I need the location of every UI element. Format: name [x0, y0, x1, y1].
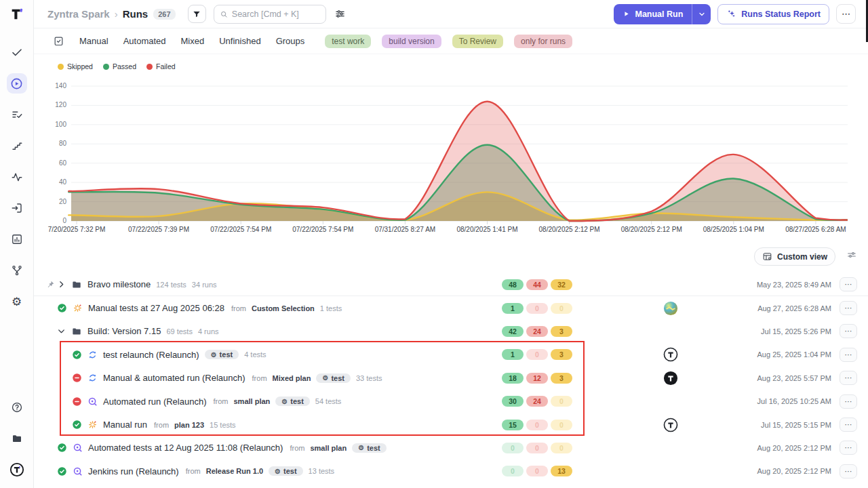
checklist-icon[interactable] — [53, 35, 64, 47]
run-title[interactable]: Automated tests at 12 Aug 2025 11:08 (Re… — [88, 443, 283, 453]
red-count-badge: 24 — [526, 396, 548, 407]
tab-manual[interactable]: Manual — [79, 36, 108, 46]
runs-status-report-button[interactable]: Runs Status Report — [717, 4, 829, 24]
sidebar-item-branches[interactable] — [7, 260, 27, 281]
tag-chip[interactable]: test work — [325, 35, 371, 48]
expander-toggle[interactable] — [57, 327, 66, 336]
yellow-count-badge: 3 — [551, 349, 572, 360]
more-icon: ⋯ — [845, 304, 852, 312]
green-count-badge: 0 — [502, 443, 524, 453]
table-row[interactable]: Bravo milestone124 tests34 runs484432May… — [34, 273, 868, 296]
table-row[interactable]: Jenkins run (Relaunch)fromRelease Run 1.… — [34, 460, 868, 483]
sidebar-item-reports[interactable] — [7, 229, 27, 249]
manual-run-dropdown[interactable] — [692, 4, 711, 24]
run-meta: 4 tests — [244, 350, 266, 359]
tab-unfinished[interactable]: Unfinished — [219, 36, 260, 46]
breadcrumb-separator: › — [115, 8, 118, 20]
yellow-count-badge: 0 — [551, 420, 572, 430]
sidebar-item-help[interactable] — [7, 397, 27, 418]
red-count-badge: 24 — [526, 326, 548, 337]
manual-run-button[interactable]: Manual Run — [614, 4, 711, 24]
run-tag-chip[interactable]: ⚙test — [316, 373, 351, 383]
row-more-button[interactable]: ⋯ — [840, 418, 857, 432]
avatar — [663, 418, 678, 432]
run-date: Aug 25, 2025 1:04 PM — [757, 350, 831, 359]
sidebar-item-plans[interactable] — [7, 104, 27, 125]
sidebar-item-workspace[interactable] — [7, 460, 27, 480]
row-more-button[interactable]: ⋯ — [840, 394, 857, 409]
from-plan[interactable]: Release Run 1.0 — [206, 467, 263, 475]
tag-chip[interactable]: only for runs — [514, 35, 572, 48]
chevron-down-icon — [57, 327, 66, 336]
run-title[interactable]: Jenkins run (Relaunch) — [88, 466, 179, 476]
table-row[interactable]: Automated run (Relaunch)fromsmall plan⚙t… — [34, 390, 868, 413]
breadcrumb-project[interactable]: Zyntra Spark — [47, 8, 110, 20]
gear-icon: ⚙ — [275, 468, 281, 475]
tag-chip[interactable]: To Review — [452, 35, 503, 48]
tab-automated[interactable]: Automated — [123, 36, 166, 46]
avatar — [663, 371, 678, 386]
table-row[interactable]: test relaunch (Relaunch)⚙test4 tests103A… — [34, 343, 868, 366]
manual-run-icon — [87, 420, 98, 430]
filter-button[interactable] — [188, 5, 206, 23]
sidebar-item-tests[interactable] — [7, 42, 27, 62]
from-plan[interactable]: Custom Selection — [252, 304, 315, 312]
run-meta: 124 tests — [156, 281, 186, 289]
run-title[interactable]: Bravo milestone — [87, 279, 151, 289]
run-title[interactable]: Manual tests at 27 Aug 2025 06:28 — [88, 303, 224, 313]
run-meta: 34 runs — [192, 281, 217, 289]
sidebar-item-pulse[interactable] — [7, 167, 27, 187]
from-plan[interactable]: small plan — [310, 444, 347, 452]
table-settings-icon — [762, 251, 772, 262]
search-settings-icon[interactable] — [334, 8, 346, 20]
run-title[interactable]: Build: Version 7.15 — [87, 326, 161, 336]
row-more-button[interactable]: ⋯ — [840, 441, 857, 455]
x-axis-tick: 07/22/2025 7:54 PM — [282, 226, 363, 233]
view-settings-icon[interactable] — [846, 249, 857, 260]
tag-chip[interactable]: build version — [382, 35, 441, 48]
automated-run-icon — [87, 396, 98, 407]
app-logo-icon[interactable] — [9, 7, 24, 22]
run-tag-chip[interactable]: ⚙test — [275, 396, 310, 406]
run-tag-chip[interactable]: ⚙test — [205, 350, 239, 359]
more-icon: ⋯ — [845, 350, 852, 359]
table-row[interactable]: Manual runfromplan 12315 tests1500Jul 15… — [34, 413, 868, 436]
x-axis-tick: 07/22/2025 7:39 PM — [118, 226, 199, 233]
tag-label: test — [290, 397, 304, 405]
sidebar-item-settings[interactable]: ⚙ — [7, 291, 27, 312]
table-row[interactable]: Manual & automated run (Relaunch)fromMix… — [34, 367, 868, 390]
list-check-icon — [11, 108, 23, 121]
run-title[interactable]: Manual & automated run (Relaunch) — [103, 373, 245, 383]
run-date: Aug 27, 2025 6:28 AM — [757, 304, 831, 312]
row-more-button[interactable]: ⋯ — [840, 464, 857, 479]
tab-groups[interactable]: Groups — [276, 36, 305, 46]
expander-toggle[interactable] — [57, 280, 66, 289]
from-plan[interactable]: plan 123 — [174, 421, 204, 429]
run-tag-chip[interactable]: ⚙test — [269, 466, 303, 476]
custom-view-button[interactable]: Custom view — [754, 247, 835, 266]
header-more-button[interactable]: ⋯ — [836, 4, 856, 24]
table-row[interactable]: Manual tests at 27 Aug 2025 06:28fromCus… — [34, 296, 868, 319]
run-title[interactable]: Automated run (Relaunch) — [103, 396, 206, 407]
table-row[interactable]: Build: Version 7.1569 tests4 runs42243Ju… — [34, 320, 868, 343]
row-more-button[interactable]: ⋯ — [840, 371, 857, 385]
sidebar-item-projects[interactable] — [7, 428, 27, 449]
search-input[interactable] — [232, 9, 320, 19]
row-more-button[interactable]: ⋯ — [840, 277, 857, 291]
row-more-button[interactable]: ⋯ — [840, 301, 857, 315]
run-tag-chip[interactable]: ⚙test — [352, 443, 387, 453]
sidebar-item-milestones[interactable] — [7, 136, 27, 156]
run-title[interactable]: Manual run — [103, 420, 147, 430]
sidebar-item-runs[interactable] — [7, 73, 27, 94]
sidebar-item-import[interactable] — [7, 198, 27, 218]
run-title[interactable]: test relaunch (Relaunch) — [103, 350, 199, 360]
manual-run-icon — [73, 303, 83, 313]
search-box[interactable] — [214, 5, 326, 24]
search-icon — [220, 9, 228, 19]
row-more-button[interactable]: ⋯ — [840, 348, 857, 362]
from-plan[interactable]: Mixed plan — [273, 374, 311, 382]
tab-mixed[interactable]: Mixed — [181, 36, 205, 46]
from-plan[interactable]: small plan — [233, 397, 270, 405]
table-row[interactable]: Automated tests at 12 Aug 2025 11:08 (Re… — [34, 436, 868, 460]
row-more-button[interactable]: ⋯ — [840, 324, 857, 338]
